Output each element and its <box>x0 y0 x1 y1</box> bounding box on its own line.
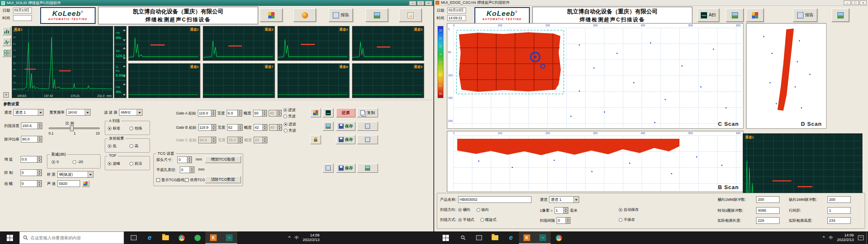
channel-select[interactable]: 通道 1 <box>549 196 579 203</box>
channel-tile[interactable]: 通道8 <box>277 63 350 98</box>
filter-select[interactable]: 4MHz <box>119 109 143 116</box>
taskbar-search[interactable] <box>19 231 124 244</box>
h-pulse-input[interactable]: 200 <box>756 196 780 203</box>
save-params-button[interactable]: 保存 <box>336 122 355 131</box>
copy-button[interactable]: 复制 <box>357 108 378 117</box>
export-tcg-button[interactable] <box>357 164 378 173</box>
channel-tile[interactable]: 通道7 <box>203 63 275 98</box>
tcg-clear-button[interactable]: 清除TCG数据 <box>205 176 241 183</box>
save-none-radio[interactable]: 不保存 <box>619 217 635 223</box>
tof-peak-radio[interactable]: 波峰 <box>108 161 120 166</box>
measure-adjust-arrows[interactable] <box>123 47 126 59</box>
channel-tile[interactable]: 通道9 <box>352 63 424 98</box>
notification-center-icon[interactable] <box>858 235 864 240</box>
dscan-display[interactable]: D Scan <box>746 23 827 129</box>
snapshot-button[interactable] <box>293 8 316 22</box>
ascan-display[interactable]: 通道1 100908070605040302010 100.63137.4217… <box>12 26 113 98</box>
gate-a-amp-input[interactable]: 50 <box>253 110 267 117</box>
ascan-standard-radio[interactable]: 标准 <box>108 126 120 131</box>
taskbar-clock[interactable]: 14:092022/2/13 <box>303 233 319 243</box>
taskbar-icon-koleeb-cscan-2[interactable] <box>535 231 551 244</box>
expand-button[interactable] <box>3 92 9 98</box>
taskbar-icon-koleeb-scan[interactable] <box>205 231 221 244</box>
gate-a-width-input[interactable]: 6.0 <box>227 110 242 117</box>
gain-input[interactable]: 0.0 <box>21 156 42 163</box>
taskbar-icon-edge-2[interactable] <box>503 231 519 244</box>
velocity-calc-button[interactable] <box>82 180 89 187</box>
gate-a-wave-out-radio[interactable]: 失波 <box>283 114 296 119</box>
measure-adjust-arrows[interactable] <box>123 83 126 96</box>
tof-edge-radio[interactable]: 前沿 <box>130 161 142 166</box>
taskbar-icon-edge[interactable] <box>142 231 158 244</box>
material-select[interactable]: 钢(纵波) <box>57 171 93 178</box>
gate-b-start-input[interactable]: 119.9 <box>198 124 216 131</box>
close-button[interactable] <box>860 0 867 5</box>
scale-slider-thumb[interactable] <box>70 125 74 131</box>
pixel-input[interactable]: 1 <box>554 207 568 214</box>
display-config-button[interactable] <box>260 8 282 22</box>
scan-interval-input[interactable]: 0 <box>557 217 570 224</box>
channel-tile[interactable]: 通道4 <box>277 26 350 61</box>
gate-b-amp-input[interactable]: 42 <box>254 124 267 131</box>
tcg-file-button[interactable] <box>323 164 334 173</box>
frame-input[interactable]: 0 <box>21 180 42 187</box>
image-view-button-1[interactable] <box>726 8 744 22</box>
task-view-button[interactable] <box>126 231 142 244</box>
restore-button[interactable]: 还原 <box>336 108 355 117</box>
tcg-probe-input[interactable]: 0 <box>177 156 192 163</box>
channel-tile[interactable]: 通道5 <box>352 26 424 61</box>
bscan-display[interactable]: 0100200300400500600 B Scan <box>447 131 744 192</box>
save-gate-button[interactable]: 保存 <box>336 135 355 144</box>
taskbar-icon-chat[interactable] <box>189 231 205 244</box>
minimize-button[interactable] <box>409 1 416 5</box>
start-button-2[interactable] <box>436 231 455 244</box>
tray-chevron-icon[interactable] <box>288 235 290 240</box>
channel-tile[interactable]: 通道3 <box>203 26 275 61</box>
taskbar-clock[interactable]: 14:092022/2/13 <box>837 233 854 243</box>
channel-tile[interactable]: 通道2 <box>128 26 200 61</box>
energy-high-radio[interactable]: 高 <box>130 143 138 149</box>
detect-length-input[interactable]: 229 <box>756 217 780 224</box>
gate-b-width-input[interactable]: 62 <box>227 124 243 131</box>
wave-view-button[interactable] <box>3 38 11 46</box>
close-button[interactable] <box>425 1 432 5</box>
channel-select[interactable]: 通道 1 <box>13 109 44 116</box>
scale-slider[interactable]: 0.1110 <box>49 127 100 135</box>
lock-button[interactable] <box>310 135 321 144</box>
depth-input[interactable]: 150.6 <box>21 122 42 129</box>
minimize-button[interactable] <box>844 0 851 5</box>
taskbar-icon-koleeb-scan-2[interactable] <box>519 231 535 244</box>
atten-0-radio[interactable]: 0 <box>52 160 59 164</box>
task-view-button-2[interactable] <box>471 231 487 244</box>
mode-steady-radio[interactable]: 平稳式 <box>458 217 474 223</box>
measure-adjust-arrows[interactable] <box>123 29 126 41</box>
product-input[interactable]: HB003002 <box>458 196 531 203</box>
prf-select[interactable]: 1KHz <box>66 109 91 116</box>
row-gap-input[interactable]: 1 <box>827 207 851 214</box>
ime-indicator[interactable]: 中 <box>829 235 833 241</box>
search-button-2[interactable] <box>455 231 471 244</box>
cscan-display[interactable]: 0100200300400500600 050100150200 <box>447 23 744 129</box>
gallery-button[interactable] <box>365 8 388 22</box>
ascan-view-button[interactable]: A扫 <box>697 8 719 22</box>
taskbar-icon-explorer-2[interactable] <box>487 231 503 244</box>
show-desktop-button[interactable] <box>866 231 868 244</box>
tcg-use-checkbox[interactable]: 使用TCG <box>185 177 205 183</box>
v-pulse-input[interactable]: 200 <box>827 196 851 203</box>
layout-view-button[interactable] <box>3 49 11 57</box>
direction-vertical-radio[interactable]: 纵向 <box>477 207 489 213</box>
taskbar-icon-chrome[interactable] <box>174 231 189 244</box>
gate-a-start-input[interactable]: 119.0 <box>198 110 216 117</box>
velocity-input[interactable]: 5920 <box>57 180 80 187</box>
save-tcg-button[interactable]: 保存 <box>336 164 355 173</box>
mode-spiral-radio[interactable]: 螺旋式 <box>480 217 497 223</box>
print-button[interactable] <box>832 8 849 22</box>
reject-input[interactable]: 0 <box>21 169 42 176</box>
gate-a-wave-in-radio[interactable]: 进波 <box>283 107 296 113</box>
report-button[interactable]: 报告 <box>329 8 353 22</box>
atten-20-radio[interactable]: -20 <box>73 160 83 164</box>
ascan-envelope-radio[interactable]: 包络 <box>130 126 142 131</box>
curve-button[interactable] <box>323 108 334 117</box>
image-view-button-2[interactable] <box>746 8 764 22</box>
tcg-show-curve-checkbox[interactable]: 显示TCG曲线 <box>156 177 184 183</box>
